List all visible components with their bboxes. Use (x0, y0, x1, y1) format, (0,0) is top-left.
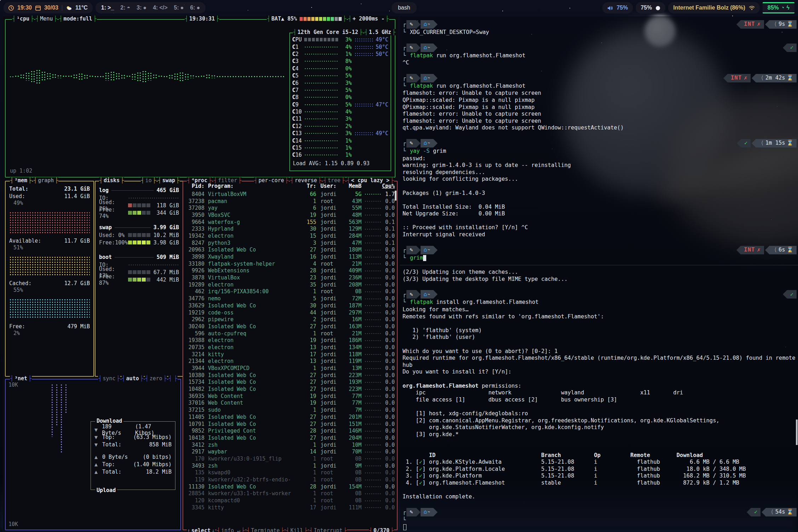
sort-column-cpu[interactable]: Cpu% (381, 183, 395, 189)
process-row[interactable]: 3950VBoxSVC19jordi48M0.0 (184, 212, 396, 219)
process-row[interactable]: 21344electron13jordi119M0.0 (184, 358, 396, 365)
disks-io-tab[interactable]: ┤io├ (141, 177, 156, 184)
process-action-interrupt[interactable]: ┤Interrupt├ (309, 527, 347, 532)
process-row[interactable]: 20963Isolated Web Co27jordi180M0.0 (184, 247, 396, 254)
process-row[interactable]: 30240Isolated Web Co27jordi163M0.0 (184, 323, 396, 330)
process-row[interactable]: 3493zsh1jordi9M0.0 (184, 462, 396, 469)
command-text: yay (410, 148, 420, 155)
net-graph-bar (60, 384, 63, 453)
terminal-window[interactable]: ┌✎⌂~INT ✗⟨9s⌛└ XDG_CURRENT_DESKTOP=Sway┌… (400, 16, 798, 530)
net-option-auto[interactable]: ┤auto├ (122, 375, 144, 382)
workspace-4[interactable]: 4:</> (153, 5, 167, 11)
process-row[interactable]: 34776nemo5jordi72M0.0 (184, 295, 396, 302)
workspace-1[interactable]: 1:>_ (101, 5, 114, 11)
process-row[interactable]: 10791Isolated Web Co27jordi151M0.0 (184, 421, 396, 428)
process-row[interactable]: 2917waybar14jordi70M0.0 (184, 448, 396, 455)
network-module[interactable]: Internet Familie Bolz (86%) (668, 2, 760, 13)
process-select-control[interactable]: ↑select↓ (187, 527, 215, 532)
process-cell: 9926 (185, 267, 204, 274)
proc-option-cpulazy[interactable]: ┤< cpu lazy >├ (347, 177, 394, 184)
process-info-button[interactable]: ┤info ↵├ (216, 527, 245, 532)
cpu-battery-indicator: ┤ BAT▲ 85% ├ (267, 16, 346, 22)
core-usage: 8% (338, 58, 352, 64)
process-row[interactable]: 37215sudo1jordi7M0.0 (184, 406, 396, 414)
proc-tab[interactable]: ┤⁴proc├ (187, 177, 212, 184)
proc-option-reverse[interactable]: ┤reverse├ (290, 177, 322, 184)
process-action-kill[interactable]: ┤Kill├ (286, 527, 308, 532)
process-row[interactable]: 2962pipewire2jordi16M0.0 (184, 316, 396, 323)
process-cpu-sparkline (364, 430, 381, 432)
mem-graph-tab[interactable]: ┤graph├ (33, 177, 58, 184)
process-row[interactable]: 3214kitty17jordi118M0.0 (184, 351, 396, 358)
process-row[interactable]: 10380Isolated Web Co27jordi223M0.0 (184, 372, 396, 379)
process-row[interactable]: 3898Xwayland16jordi113M0.0 (184, 253, 396, 260)
brightness-module[interactable]: 75% (636, 2, 665, 13)
process-row[interactable]: 170kworker/u33:0-i915_flip1root0B0.0 (184, 455, 396, 462)
process-row[interactable]: 37208yay6jordi55M0.0 (184, 204, 396, 212)
process-row[interactable]: 37016Web Content19jordi77M0.0 (184, 400, 396, 407)
process-row[interactable]: 3412zsh1jordi10M0.0 (184, 441, 396, 449)
process-action-terminate[interactable]: ┤Terminate├ (247, 527, 284, 532)
process-row[interactable]: 8404VirtualBoxVM66jordi5G1.7 (184, 191, 396, 198)
process-cpu-value: 0.0 (381, 267, 395, 274)
process-row[interactable]: 33180flatpak-system-helper4root21M0.0 (184, 260, 396, 267)
process-row[interactable]: 9852Privileged Cont28jordi146M0.0 (184, 427, 396, 434)
process-row[interactable]: 3345kitty17jordi111M0.0 (184, 504, 396, 511)
process-row[interactable]: 119kworker/u32:2-btrfs-endio-1root0B0.0 (184, 476, 396, 483)
process-row[interactable]: 2333Hyprland30jordi129M0.1 (184, 225, 396, 232)
process-row[interactable]: 19219code-oss44jordi297M0.0 (184, 309, 396, 316)
process-row[interactable]: 3878VirtualBox23jordi236M0.0 (184, 274, 396, 281)
process-row[interactable]: 19342electron15jordi284M0.0 (184, 232, 396, 239)
workspace-3[interactable]: 3:● (137, 5, 146, 11)
process-row[interactable]: 19388electron19jordi186M0.0 (184, 337, 396, 344)
workspace-2[interactable]: 2:◓ (120, 5, 130, 11)
terminal-scrollbar[interactable] (796, 420, 798, 445)
cpu-mode-toggle[interactable]: ┤mode:full├ (59, 16, 97, 22)
cpu-menu-button[interactable]: ┤Menu├ (35, 16, 57, 22)
proc-filter-tab[interactable]: ┤filter├ (213, 177, 242, 184)
process-row[interactable]: 10482Isolated Web Co27jordi223M0.0 (184, 386, 396, 393)
net-option-bwlan0n[interactable]: ┤├ (168, 375, 178, 382)
process-scrollbar[interactable] (395, 191, 397, 201)
process-row[interactable]: 462irq/156-PIXA3854:001root0B0.0 (184, 288, 396, 295)
process-row[interactable]: 135kswapd01root0B0.0 (184, 469, 396, 476)
process-cpu-sparkline (364, 402, 381, 404)
net-option-zero[interactable]: ┤zero├ (145, 375, 167, 382)
prompt-line: ┌✎⌂~✓⟨54s⌛ (403, 508, 797, 517)
cpu-tab[interactable]: ┤¹cpu├ (12, 16, 34, 22)
process-row[interactable]: 28854kworker/u33:1-btrfs-worker1root0B0.… (184, 490, 396, 497)
disks-swap-tab[interactable]: ┤swap├ (158, 177, 180, 184)
process-row[interactable]: 15734Isolated Web Co27jordi193M0.0 (184, 379, 396, 386)
cpu-graph-segment (46, 73, 52, 80)
net-option-sync[interactable]: ┤sync├ (98, 375, 120, 382)
process-row[interactable]: 8247python33jordi47M0.1 (184, 239, 396, 247)
process-row[interactable]: 11130Isolated Web Co28jordi154M0.0 (184, 483, 396, 490)
proc-option-tree[interactable]: ┤tree├ (323, 177, 345, 184)
process-row[interactable]: 37238pacman1root43M0.0 (184, 198, 396, 205)
window-title[interactable]: bash (392, 2, 417, 13)
net-tab[interactable]: ┤³net├ (10, 375, 32, 382)
process-row[interactable]: 11405Isolated Web Co27jordi201M0.0 (184, 414, 396, 421)
process-cpu-value: 0.1 (381, 226, 395, 232)
proc-option-per-core[interactable]: ┤per-core├ (254, 177, 289, 184)
process-row[interactable]: 36935Web Content19jordi77M0.0 (184, 393, 396, 400)
clock-module[interactable]: 19:30 30/03 11°C (4, 2, 93, 13)
process-row[interactable]: 19289electron35jordi208M0.0 (184, 281, 396, 288)
process-cell: 10791 (185, 421, 204, 427)
battery-module[interactable]: 85% ◔ ϟ (763, 2, 794, 13)
process-row[interactable]: 20735electron13jordi134M0.0 (184, 344, 396, 351)
process-row[interactable]: 33629Isolated Web Co30jordi187M0.0 (184, 302, 396, 309)
process-row[interactable]: 596auto-cpufreq1root21M0.0 (184, 330, 396, 337)
process-row[interactable]: 9926WebExtensions28jordi409M0.0 (184, 267, 396, 274)
workspace-6[interactable]: 6:● (190, 5, 200, 11)
terminal-output-line: flameshot: error: Unable to capture scre… (403, 90, 797, 97)
cpu-interval-control[interactable]: ┤+ 2000ms -├ (348, 16, 389, 22)
process-row[interactable]: 9664waterfox-g155jordi563M0.1 (184, 219, 396, 226)
volume-module[interactable]: 75% (602, 2, 633, 13)
process-row[interactable]: 3944VBoxXPCOMIPCD1jordi13M0.0 (184, 365, 396, 372)
disks-tab[interactable]: ┤disks├ (99, 177, 124, 184)
process-row[interactable]: 10418Isolated Web Co27jordi204M0.0 (184, 434, 396, 441)
workspace-5[interactable]: 5:● (174, 5, 184, 11)
mem-tab[interactable]: ┤²mem├ (10, 177, 32, 184)
process-row[interactable]: 120kcompactd01root0B0.0 (184, 497, 396, 504)
